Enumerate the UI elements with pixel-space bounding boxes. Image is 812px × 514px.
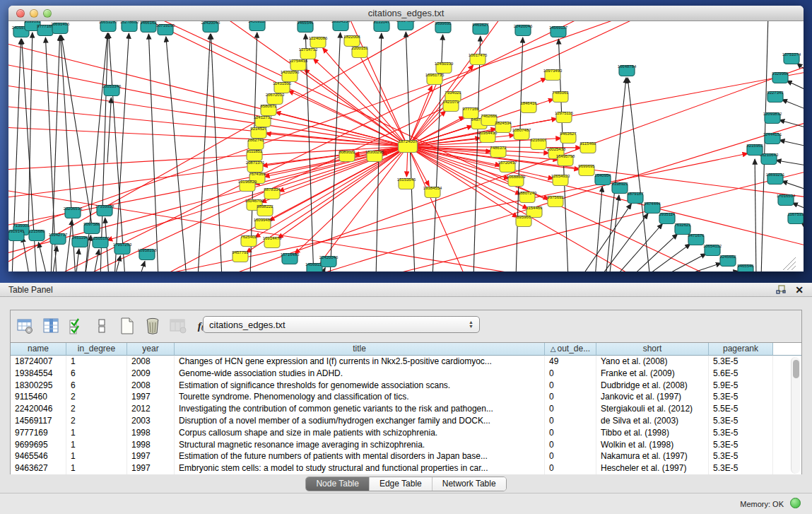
graph-node[interactable]: 7486372 xyxy=(490,146,507,158)
graph-node[interactable]: 20691406 xyxy=(51,22,70,34)
graph-node[interactable]: 12444151 xyxy=(763,132,782,144)
graph-node[interactable]: 6879187 xyxy=(627,192,644,204)
table-selector-dropdown[interactable]: citations_edges.txt ▲▼ xyxy=(203,316,480,333)
show-columns-icon[interactable] xyxy=(40,315,61,337)
graph-node[interactable]: 9457791 xyxy=(232,250,249,262)
citation-edge-black[interactable] xyxy=(792,203,804,211)
graph-node[interactable]: 1421072 xyxy=(442,100,459,112)
citation-edge-red[interactable] xyxy=(150,21,715,271)
graph-node[interactable]: 12093832 xyxy=(763,112,782,124)
float-panel-icon[interactable] xyxy=(775,284,787,296)
graph-node[interactable]: 16495798 xyxy=(556,154,575,166)
graph-node[interactable]: 8878334 xyxy=(264,187,281,199)
graph-node[interactable]: 20672013 xyxy=(266,93,285,105)
citation-edge-red[interactable] xyxy=(8,21,630,233)
graph-node[interactable]: 18724007 xyxy=(399,139,418,153)
citation-edge-black[interactable] xyxy=(779,140,804,147)
graph-node[interactable]: 14569117 xyxy=(549,25,568,37)
graph-node[interactable]: 10719195 xyxy=(156,23,175,35)
table-scrollbar[interactable] xyxy=(791,357,800,474)
column-header-short[interactable]: short xyxy=(596,343,709,356)
graph-node[interactable]: 18807249 xyxy=(518,191,537,203)
graph-node[interactable]: 14569117 xyxy=(248,21,267,31)
citation-edge-black[interactable] xyxy=(107,98,111,163)
graph-node[interactable]: 9329966 xyxy=(772,71,789,83)
graph-node[interactable]: 2200153 xyxy=(351,46,368,58)
graph-node[interactable]: 9466162 xyxy=(140,21,157,33)
graph-node[interactable]: 1215689 xyxy=(28,229,45,241)
graph-node[interactable]: 1451194 xyxy=(72,235,89,247)
network-window-titlebar[interactable]: citations_edges.txt xyxy=(8,6,804,21)
graph-node[interactable]: 7625402 xyxy=(240,235,257,247)
graph-node[interactable]: 14202096 xyxy=(281,70,300,82)
graph-node[interactable]: 9245652 xyxy=(719,255,736,267)
table-row[interactable]: 969969511998Structural magnetic resonanc… xyxy=(11,439,801,451)
resize-grip-icon[interactable] xyxy=(792,266,796,270)
citation-edge-red[interactable] xyxy=(313,59,408,146)
citation-edge-red[interactable] xyxy=(254,146,408,185)
network-window[interactable]: citations_edges.txt 24055724969969597771… xyxy=(8,6,804,271)
graph-node[interactable]: 9699695 xyxy=(435,21,452,33)
graph-node[interactable]: 10973493 xyxy=(543,69,563,81)
graph-node[interactable]: 1167533 xyxy=(788,212,804,224)
graph-node[interactable]: 16961735 xyxy=(425,73,445,85)
column-header-title[interactable]: title xyxy=(175,343,545,356)
graph-node[interactable]: 15751074 xyxy=(782,52,801,64)
citation-edge-black[interactable] xyxy=(659,254,706,271)
graph-node[interactable]: 19196829 xyxy=(238,180,257,192)
citation-edge-black[interactable] xyxy=(76,249,79,271)
column-header-name[interactable]: name xyxy=(11,343,66,356)
graph-node[interactable]: 22420046 xyxy=(319,255,339,267)
close-window-button[interactable] xyxy=(16,9,25,18)
citation-edge-black[interactable] xyxy=(599,214,648,271)
graph-node[interactable]: 22420046 xyxy=(514,24,533,36)
graph-node[interactable]: 9898222 xyxy=(257,204,273,216)
memory-status-indicator[interactable] xyxy=(790,498,801,508)
resize-grip-icon[interactable] xyxy=(787,262,796,270)
new-table-icon[interactable] xyxy=(117,315,138,337)
graph-node[interactable]: 12975115 xyxy=(555,111,574,123)
citation-edge-red[interactable] xyxy=(150,146,408,271)
citation-edge-black[interactable] xyxy=(38,243,47,271)
citation-edge-red[interactable] xyxy=(304,69,408,146)
graph-node[interactable]: 16099489 xyxy=(254,218,273,230)
delete-table-icon[interactable] xyxy=(142,315,163,337)
graph-node[interactable]: 15720437 xyxy=(498,160,517,173)
citation-edge-black[interactable] xyxy=(148,34,158,271)
table-row[interactable]: 1938455462009Genome-wide association stu… xyxy=(11,368,801,380)
graph-node[interactable]: 15693231 xyxy=(766,173,785,185)
graph-node[interactable]: 10617475 xyxy=(469,53,488,65)
table-row[interactable]: 946362711997Embryonic stem cells: a mode… xyxy=(11,462,801,474)
tab-node-table[interactable]: Node Table xyxy=(306,477,370,491)
graph-node[interactable]: 13942737 xyxy=(49,233,68,245)
graph-node[interactable]: 9465546 xyxy=(297,21,314,33)
graph-node[interactable]: 16648784 xyxy=(618,64,637,76)
table-row[interactable]: 1830029562008Estimation of significance … xyxy=(11,380,801,392)
graph-node[interactable]: 10688609 xyxy=(507,175,526,187)
graph-node[interactable]: 15153545 xyxy=(397,177,416,189)
table-scrollbar-thumb[interactable] xyxy=(793,360,799,378)
table-row[interactable]: 1456911722003Disruption of a novel membe… xyxy=(11,415,801,427)
table-row[interactable]: 911546021997Tourette syndrome. Phenomeno… xyxy=(11,391,801,403)
graph-node[interactable]: 9115460 xyxy=(580,141,597,153)
graph-node[interactable]: 19384554 xyxy=(423,186,442,198)
graph-node[interactable]: 9097588 xyxy=(83,222,100,234)
column-header-pagerank[interactable]: pagerank xyxy=(709,343,773,356)
network-canvas[interactable]: 2405572496996959777169206914061065328715… xyxy=(8,21,804,271)
column-header-out_de[interactable]: △out_de... xyxy=(545,343,596,356)
graph-node[interactable]: 8215953 xyxy=(746,144,763,156)
citation-edge-black[interactable] xyxy=(139,262,145,271)
graph-node[interactable]: 12754415 xyxy=(289,59,308,71)
zoom-window-button[interactable] xyxy=(43,9,52,18)
citation-edge-black[interactable] xyxy=(211,34,222,271)
citation-edge-black[interactable] xyxy=(787,81,804,92)
citation-edge-black[interactable] xyxy=(782,181,804,191)
graph-node[interactable]: 16914479 xyxy=(263,236,282,248)
graph-node[interactable]: 2935114 xyxy=(659,212,676,224)
graph-node[interactable]: 17359928 xyxy=(95,204,114,216)
graph-node[interactable]: 2862741 xyxy=(247,138,264,150)
graph-node[interactable]: 10154083 xyxy=(396,21,416,30)
graph-node[interactable]: 8471676 xyxy=(688,233,705,245)
citation-edge-black[interactable] xyxy=(595,187,602,271)
graph-node[interactable]: 12654923 xyxy=(551,174,570,186)
